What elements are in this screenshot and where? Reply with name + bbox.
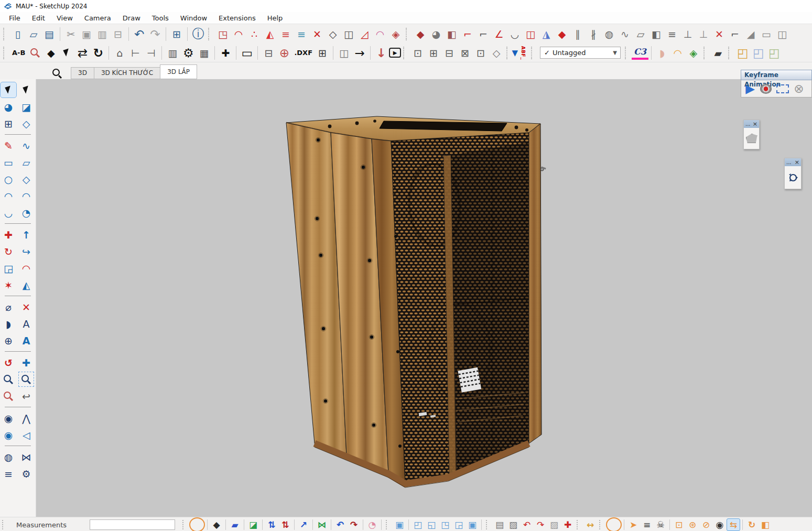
tags-dropdown[interactable]: ✓ Untagged ▼ [540,47,621,59]
download-red-tool[interactable]: ↓ [373,45,389,61]
menu-help[interactable]: Help [262,13,289,23]
screw-insert-tool[interactable]: ⊥ [680,26,696,42]
cube-align-x-tool[interactable]: ⊞ [426,45,441,61]
swap-components-icon[interactable]: ⇆ [727,518,740,531]
circle-tool[interactable]: ○ [0,171,17,187]
tab-3d-k-ch-th-c[interactable]: 3D KÍCH THƯỚC [94,67,160,79]
field-of-view-tool[interactable]: ◁ [18,427,35,443]
gem-wireframe-tool[interactable]: ◈ [686,45,701,61]
face-push-tool[interactable]: ◫ [341,26,356,42]
new-file[interactable]: ▯ [10,26,26,42]
pan-tool[interactable]: ✚ [18,354,35,371]
box-preview-tool[interactable]: ◫ [336,45,352,61]
corner-logo-icon[interactable]: ◧ [759,518,772,531]
abf-screw-tool[interactable]: ▼ABF_ [513,45,529,61]
save[interactable]: ▤ [41,26,57,42]
report-list-icon[interactable]: ≡ [640,518,654,531]
push-pull-tool[interactable]: ↑ [18,226,35,243]
chain-links-tool[interactable]: ∿ [617,26,633,42]
select-cursor-tool[interactable] [59,45,74,61]
board-monitor-tool[interactable]: ▭ [759,26,774,42]
hammer-red-tool[interactable]: ✕ [711,26,727,42]
two-point-arc-tool[interactable]: ◠ [18,188,35,204]
curic-suite-tool[interactable]: C3 [632,46,648,60]
keyframe-extra-button[interactable]: ◖ [809,81,812,96]
walk-tool[interactable]: ⋀ [18,410,35,426]
corner-box-blue-tool[interactable]: ◰ [751,45,766,61]
flip-tool[interactable]: ◭ [18,277,35,293]
polygon-tool[interactable]: ◇ [18,171,35,187]
model-info[interactable]: ⓘ [190,26,206,42]
dark-plane-icon[interactable]: ◆ [210,518,223,531]
texture-skew-icon[interactable]: ▨ [506,518,520,531]
tab-3d-l-p[interactable]: 3D LẮP [160,64,197,79]
stairs-zigzag-tool[interactable]: ⌐ [727,26,743,42]
union-solids-icon[interactable]: ◰ [411,518,425,531]
open-folder[interactable]: ▱ [26,26,41,42]
texture-position-icon[interactable]: ▤ [493,518,506,531]
conren-ring-logo-icon[interactable] [606,517,622,531]
menu-file[interactable]: File [3,13,26,23]
undo-bend-icon[interactable]: ↶ [333,518,347,531]
layers-stack-red-tool[interactable]: ≡ [278,26,294,42]
axes-tool[interactable]: ⊕ [0,332,17,349]
wrap-surface-tool[interactable]: ◿ [356,26,372,42]
paint-bucket-tool[interactable]: ◕ [0,99,17,115]
ramp-road-tool[interactable]: ◢ [743,26,759,42]
sync-refresh-tool[interactable]: ↻ [90,45,106,61]
pillars-tool[interactable]: ∥ [570,26,586,42]
cut-scissors[interactable]: ✂ [63,26,79,42]
menu-extensions[interactable]: Extensions [213,13,262,23]
menu-window[interactable]: Window [175,13,213,23]
texture-hatch-icon[interactable]: ▨ [547,518,561,531]
polygon-shape-icon[interactable] [746,134,757,143]
arrows-drop-lift-icon[interactable]: ⇅ [278,518,292,531]
look-around-tool[interactable]: ◉ [0,427,17,443]
zoom-extents-tool[interactable] [0,388,17,404]
cube-align-z-tool[interactable]: ⊠ [457,45,473,61]
close-icon[interactable]: × [795,160,799,165]
section-flip-tool[interactable]: ⋈ [18,449,35,465]
drill-red-tool[interactable]: ◆ [554,26,570,42]
corner-chamfer-tool[interactable]: ⌐ [475,26,491,42]
rotate-protractor-icon[interactable]: ◔ [365,518,379,531]
model-viewport[interactable] [36,79,812,517]
three-point-arc-tool[interactable]: ◡ [0,204,17,221]
intersect-solids-icon[interactable]: ◲ [452,518,465,531]
play-video-tool[interactable]: ▶ [389,48,401,58]
delete-keyframes-button[interactable]: ⊗ [794,81,804,96]
camera-views-tool[interactable]: ◇ [489,45,504,61]
tag-plus-tool[interactable]: ◆ [43,45,59,61]
shelf-stack-tool[interactable]: ≡ [664,26,680,42]
line-tool[interactable]: ✎ [0,137,17,154]
section-settings-tool[interactable]: ⚙ [18,465,35,482]
split-solids-icon[interactable]: ▣ [465,518,479,531]
ring-pillars-tool[interactable]: ◍ [601,26,617,42]
layers-panel-tool[interactable]: ≡ [0,465,17,482]
erase-trash[interactable]: ⊟ [110,26,126,42]
select-tool[interactable] [0,82,17,98]
corner-box-orange-tool[interactable]: ◰ [735,45,751,61]
redo-bend-icon[interactable]: ↷ [347,518,361,531]
scale-tool[interactable]: ◲ [0,260,17,276]
dxf-export-tool[interactable]: .DXF [292,45,315,61]
fold-face-tool[interactable]: ◭ [262,26,278,42]
measurements-input[interactable] [90,519,175,530]
trim-solids-icon[interactable]: ◳ [438,518,452,531]
component-tool[interactable]: ⊞ [0,115,17,132]
hex-ring-logo-icon[interactable] [189,517,205,531]
cube-bounds-tool[interactable]: ⊡ [410,45,426,61]
layers-stack-color-tool[interactable]: ≡ [294,26,309,42]
tape-measure-tool[interactable]: ⌀ [0,299,17,315]
joint-left-tool[interactable]: ⊢ [127,45,143,61]
settings-gear-tool[interactable]: ⚙ [180,45,196,61]
zoom-window-tool[interactable] [18,371,35,387]
band-wrap-tool[interactable]: ◫ [523,26,538,42]
texture-rotate-right-icon[interactable]: ↷ [534,518,547,531]
arc-tool[interactable]: ◠ [0,188,17,204]
corner-box-green-tool[interactable]: ◰ [766,45,782,61]
hexagon-select-tool[interactable]: ◇ [325,26,341,42]
shell-material-tool[interactable]: ◗ [654,45,670,61]
menu-view[interactable]: View [51,13,79,23]
redo[interactable]: ↷ [147,26,163,42]
